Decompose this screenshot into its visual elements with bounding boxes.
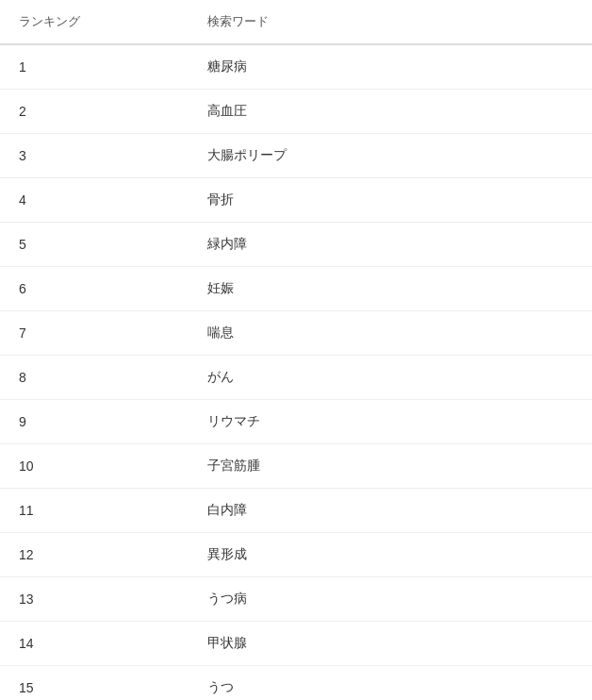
- cell-rank: 11: [0, 489, 189, 533]
- table-row: 8がん: [0, 356, 592, 400]
- table-row: 3大腸ポリープ: [0, 134, 592, 178]
- table-row: 9リウマチ: [0, 400, 592, 444]
- header-keyword: 検索ワード: [189, 0, 592, 44]
- table-row: 6妊娠: [0, 267, 592, 311]
- table-row: 10子宮筋腫: [0, 444, 592, 489]
- cell-rank: 9: [0, 400, 189, 444]
- cell-rank: 12: [0, 533, 189, 577]
- cell-keyword: 妊娠: [189, 267, 592, 311]
- cell-rank: 7: [0, 311, 189, 356]
- cell-keyword: うつ: [189, 666, 592, 701]
- cell-rank: 3: [0, 134, 189, 178]
- cell-rank: 13: [0, 577, 189, 622]
- cell-keyword: 白内障: [189, 489, 592, 533]
- cell-keyword: 子宮筋腫: [189, 444, 592, 489]
- cell-keyword: 甲状腺: [189, 622, 592, 666]
- cell-rank: 1: [0, 44, 189, 90]
- cell-rank: 8: [0, 356, 189, 400]
- ranking-table-container: ランキング 検索ワード 1糖尿病2高血圧3大腸ポリープ4骨折5緑内障6妊娠7喘息…: [0, 0, 592, 700]
- cell-rank: 10: [0, 444, 189, 489]
- cell-keyword: リウマチ: [189, 400, 592, 444]
- table-row: 12異形成: [0, 533, 592, 577]
- ranking-table: ランキング 検索ワード 1糖尿病2高血圧3大腸ポリープ4骨折5緑内障6妊娠7喘息…: [0, 0, 592, 700]
- cell-rank: 6: [0, 267, 189, 311]
- table-row: 1糖尿病: [0, 44, 592, 90]
- table-row: 2高血圧: [0, 90, 592, 134]
- table-row: 14甲状腺: [0, 622, 592, 666]
- cell-keyword: 喘息: [189, 311, 592, 356]
- cell-rank: 4: [0, 178, 189, 223]
- cell-keyword: 骨折: [189, 178, 592, 223]
- cell-keyword: 糖尿病: [189, 44, 592, 90]
- table-row: 7喘息: [0, 311, 592, 356]
- cell-rank: 2: [0, 90, 189, 134]
- table-header-row: ランキング 検索ワード: [0, 0, 592, 44]
- table-row: 5緑内障: [0, 223, 592, 267]
- cell-keyword: うつ病: [189, 577, 592, 622]
- cell-keyword: 緑内障: [189, 223, 592, 267]
- table-body: 1糖尿病2高血圧3大腸ポリープ4骨折5緑内障6妊娠7喘息8がん9リウマチ10子宮…: [0, 44, 592, 700]
- cell-keyword: 高血圧: [189, 90, 592, 134]
- table-row: 11白内障: [0, 489, 592, 533]
- cell-rank: 14: [0, 622, 189, 666]
- cell-keyword: 異形成: [189, 533, 592, 577]
- cell-rank: 15: [0, 666, 189, 701]
- table-row: 4骨折: [0, 178, 592, 223]
- cell-keyword: 大腸ポリープ: [189, 134, 592, 178]
- cell-keyword: がん: [189, 356, 592, 400]
- header-rank: ランキング: [0, 0, 189, 44]
- cell-rank: 5: [0, 223, 189, 267]
- table-row: 15うつ: [0, 666, 592, 701]
- table-row: 13うつ病: [0, 577, 592, 622]
